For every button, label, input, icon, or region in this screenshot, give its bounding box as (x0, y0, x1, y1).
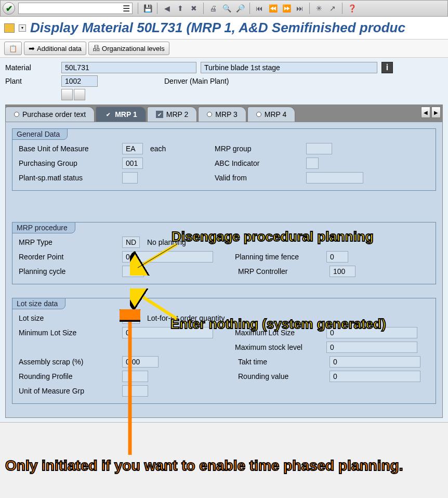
controller-label: MRP Controller (238, 267, 326, 276)
groupbox-title: MRP procedure (12, 222, 75, 233)
lot-size-field[interactable] (122, 312, 140, 324)
rounding-val-label: Rounding value (238, 372, 326, 381)
tab-scroll-left[interactable]: ◀ (421, 107, 430, 118)
shortcut-icon[interactable]: ↗ (326, 2, 339, 15)
cancel-icon[interactable]: ✖ (188, 2, 200, 15)
rounding-prof-field[interactable] (122, 371, 148, 382)
find-icon[interactable]: 🔍 (220, 2, 233, 15)
radio-icon (256, 112, 261, 117)
transaction-icon (4, 23, 15, 33)
plant-status-field[interactable] (122, 172, 138, 184)
app-toolbar: 📋 ➡Additional data 品Organizational level… (0, 40, 448, 58)
controller-field[interactable] (330, 266, 355, 277)
plan-cycle-field[interactable] (122, 266, 144, 277)
toggle-button[interactable]: 📋 (4, 42, 22, 55)
tabstrip: Purchase order text ✔MRP 1 ✔MRP 2 MRP 3 … (5, 104, 443, 122)
groupbox-mrp-procedure: MRP procedure MRP Type No planning Reord… (12, 222, 436, 284)
buom-text: each (146, 145, 193, 153)
tab-mrp4[interactable]: MRP 4 (247, 107, 296, 122)
reorder-field[interactable] (122, 251, 213, 263)
tab-content-mrp1: General Data Base Unit of Measure each M… (5, 122, 443, 418)
page-title: Display Material 50L731 (MRP 1, A&D Semi… (30, 20, 405, 36)
min-lot-label: Minimum Lot Size (18, 329, 119, 337)
assembly-field[interactable] (122, 356, 159, 368)
material-field[interactable] (61, 62, 196, 73)
max-stock-label: Maximum stock level (235, 343, 323, 351)
groupbox-title: General Data (12, 128, 68, 140)
doc-button[interactable] (74, 89, 85, 100)
abc-field[interactable] (306, 158, 319, 169)
link-button[interactable] (61, 89, 73, 100)
mrp-type-text: No planning (143, 238, 190, 246)
check-icon: ✔ (104, 111, 112, 118)
plan-cycle-label: Planning cycle (18, 267, 119, 276)
find-next-icon[interactable]: 🔎 (234, 2, 246, 15)
max-lot-field[interactable] (326, 327, 417, 338)
exit-icon[interactable]: ⬆ (174, 2, 187, 15)
save-icon[interactable]: 💾 (141, 2, 154, 15)
prev-page-icon[interactable]: ⏪ (267, 2, 279, 15)
system-toolbar: ✔ ☰ 💾 ◀ ⬆ ✖ 🖨 🔍 🔎 ⏮ ⏪ ⏩ ⏭ ✳ ↗ ❓ (0, 0, 448, 17)
org-levels-button[interactable]: 品Organizational levels (88, 42, 169, 55)
takt-field[interactable] (330, 356, 420, 368)
tab-scroll-right[interactable]: ▶ (431, 107, 441, 118)
command-field[interactable]: ☰ (18, 3, 133, 14)
buom-label: Base Unit of Measure (18, 145, 119, 153)
org-icon: 品 (93, 44, 100, 53)
radio-icon (207, 112, 212, 117)
valid-from-label: Valid from (215, 174, 303, 182)
help-icon[interactable]: ❓ (346, 2, 358, 15)
plant-label: Plant (5, 77, 57, 85)
enter-button[interactable]: ✔ (3, 2, 15, 15)
mrp-group-field[interactable] (306, 143, 332, 154)
mrp-type-field[interactable] (122, 237, 140, 248)
material-label: Material (5, 63, 57, 72)
buom-field[interactable] (122, 143, 143, 154)
material-desc-field[interactable] (201, 62, 377, 73)
tab-mrp2[interactable]: ✔MRP 2 (147, 107, 197, 122)
rounding-val-field[interactable] (330, 371, 420, 382)
assembly-label: Assembly scrap (%) (18, 358, 119, 366)
uom-grp-label: Unit of Measure Grp (18, 387, 119, 395)
new-session-icon[interactable]: ✳ (313, 2, 325, 15)
radio-icon (14, 112, 19, 117)
menu-dropdown-icon[interactable]: ▾ (19, 24, 26, 32)
groupbox-title: Lot size data (12, 298, 65, 309)
max-lot-label: Maximum Lot Size (235, 329, 323, 337)
plant-field[interactable] (61, 75, 98, 87)
title-bar: ▾ Display Material 50L731 (MRP 1, A&D Se… (0, 17, 448, 40)
dropdown-icon: ☰ (123, 4, 130, 14)
groupbox-lot-size: Lot size data Lot size Lot-for-lot order… (12, 298, 436, 404)
plant-desc: Denver (Main Plant) (164, 77, 229, 85)
min-lot-field[interactable] (122, 327, 213, 338)
mrp-type-label: MRP Type (18, 238, 119, 246)
tab-mrp1[interactable]: ✔MRP 1 (96, 107, 146, 122)
purch-group-field[interactable] (122, 158, 143, 169)
max-stock-field[interactable] (326, 342, 417, 353)
additional-data-button[interactable]: ➡Additional data (24, 42, 86, 55)
lot-size-label: Lot size (18, 314, 119, 322)
back-icon[interactable]: ◀ (161, 2, 173, 15)
annotation-3: Only initiated if you want to enable tim… (5, 457, 431, 474)
header-fields: Material i Plant Denver (Main Plant) Pur… (0, 58, 448, 423)
abc-label: ABC Indicator (215, 159, 303, 167)
tab-purchase-order-text[interactable]: Purchase order text (5, 107, 95, 122)
info-icon[interactable]: i (381, 62, 393, 73)
print-icon[interactable]: 🖨 (207, 2, 219, 15)
valid-from-field[interactable] (306, 172, 363, 184)
lot-size-text: Lot-for-lot order quantity (143, 314, 229, 322)
purch-group-label: Purchasing Group (18, 159, 119, 167)
groupbox-general-data: General Data Base Unit of Measure each M… (12, 128, 436, 191)
tab-mrp3[interactable]: MRP 3 (198, 107, 246, 122)
next-page-icon[interactable]: ⏩ (280, 2, 293, 15)
arrow-right-icon: ➡ (29, 44, 35, 53)
last-page-icon[interactable]: ⏭ (294, 2, 306, 15)
uom-grp-field[interactable] (122, 385, 148, 397)
mrp-group-label: MRP group (215, 145, 303, 153)
rounding-prof-label: Rounding Profile (18, 372, 119, 381)
check-icon: ✔ (156, 111, 163, 118)
first-page-icon[interactable]: ⏮ (253, 2, 266, 15)
reorder-label: Reorder Point (18, 253, 119, 261)
plant-status-label: Plant-sp.matl status (18, 174, 119, 182)
plan-fence-field[interactable] (326, 251, 348, 263)
